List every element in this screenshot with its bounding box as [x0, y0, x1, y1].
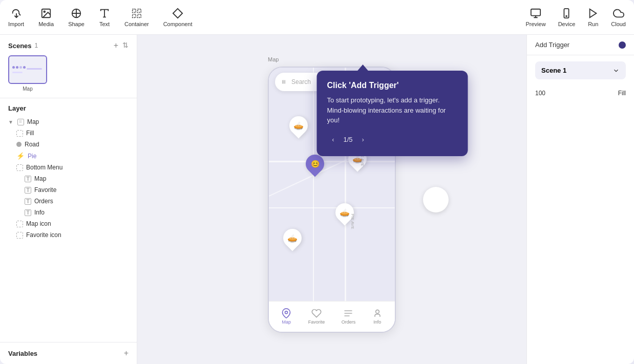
layer-header: Layer	[0, 104, 137, 116]
right-panel: Add Trigger Scene 1 100 Fill	[526, 35, 634, 364]
svg-rect-4	[138, 9, 141, 12]
add-scene-button[interactable]: +	[114, 41, 118, 50]
tooltip-arrow	[357, 65, 369, 72]
svg-marker-11	[590, 9, 597, 17]
info-T-icon: T	[25, 209, 31, 216]
layer-item-favorite-icon[interactable]: Favorite icon	[0, 229, 137, 241]
tooltip-navigation: ‹ 1/5 ›	[327, 134, 369, 146]
nav-item-favorite[interactable]: Favorite	[308, 308, 325, 325]
nav-item-map[interactable]: Map	[281, 308, 291, 325]
scenes-count: 1	[35, 42, 38, 49]
scene-label: Map	[23, 86, 32, 92]
container-button[interactable]: Container	[124, 8, 149, 27]
tooltip-popup: Click 'Add Trigger' To start prototyping…	[317, 71, 468, 156]
layer-item-fill[interactable]: Fill	[0, 127, 137, 139]
bottom-menu-icon	[16, 164, 23, 171]
map-icon-frame	[16, 221, 23, 227]
tooltip-body: To start prototyping, let's add a trigge…	[327, 95, 458, 125]
layer-item-favorite[interactable]: T Favorite	[0, 184, 137, 196]
scenes-actions: + ⇅	[114, 41, 129, 50]
canvas-drag-circle[interactable]	[423, 187, 449, 212]
sort-scenes-button[interactable]: ⇅	[122, 41, 129, 50]
canvas-label: Map	[268, 56, 279, 62]
scenes-title-group: Scenes 1	[8, 42, 38, 50]
road-v1	[313, 68, 314, 301]
road-h2	[269, 207, 395, 208]
cloud-button[interactable]: Cloud	[611, 8, 626, 27]
trigger-dot[interactable]	[619, 41, 626, 49]
import-button[interactable]: Import	[8, 8, 24, 27]
tooltip-footer: ‹ 1/5 ›	[327, 134, 458, 146]
run-button[interactable]: Run	[587, 8, 599, 27]
map-pin-6: 🥧	[283, 229, 302, 247]
expand-icon: ▼	[8, 119, 13, 125]
fill-row: 100 Fill	[527, 85, 634, 101]
layer-item-bottom-menu[interactable]: Bottom Menu	[0, 162, 137, 173]
scenes-header: Scenes 1 + ⇅	[8, 41, 129, 50]
scenes-section: Scenes 1 + ⇅	[0, 35, 137, 98]
trigger-label: Add Trigger	[535, 41, 569, 49]
device-button[interactable]: Device	[558, 8, 576, 27]
layer-section: Layer ▼ ⠿ Map Fill Road ⚡ Pie	[0, 98, 137, 342]
tooltip-title: Click 'Add Trigger'	[327, 81, 458, 90]
svg-point-1	[44, 11, 46, 12]
text-button[interactable]: Text	[99, 8, 110, 27]
trigger-header: Add Trigger	[527, 35, 634, 55]
variables-title: Variables	[8, 350, 37, 357]
map-pin-1: 🥧	[289, 116, 308, 135]
toolbar: Import Media Shape Text	[0, 0, 634, 35]
svg-point-17	[285, 311, 288, 314]
layer-item-info[interactable]: T Info	[0, 207, 137, 218]
canvas-area[interactable]: Map Search	[137, 35, 526, 364]
fav-icon-frame	[16, 232, 23, 239]
favorite-T-icon: T	[25, 187, 31, 194]
add-variable-button[interactable]: +	[124, 349, 129, 358]
scene-selector-label: Scene 1	[541, 67, 566, 74]
preview-button[interactable]: Preview	[526, 8, 546, 27]
layer-item-map-icon[interactable]: Map icon	[0, 218, 137, 229]
svg-rect-5	[133, 14, 136, 17]
svg-point-10	[566, 15, 567, 16]
left-panel: Scenes 1 + ⇅	[0, 35, 137, 364]
map-T-icon: T	[25, 176, 31, 182]
variables-section: Variables +	[0, 342, 137, 364]
toolbar-left: Import Media Shape Text	[8, 8, 193, 27]
frame-icon: ⠿	[17, 119, 24, 125]
nav-item-orders[interactable]: Orders	[342, 308, 356, 325]
component-button[interactable]: Component	[163, 8, 193, 27]
svg-rect-3	[133, 9, 136, 12]
road-label-2: PIE AVE	[350, 213, 354, 229]
map-pin-3: 😊	[306, 155, 324, 173]
phone-nav: Map Favorite Orders	[269, 301, 395, 332]
nav-item-info[interactable]: Info	[372, 308, 383, 325]
layer-item-map[interactable]: ▼ ⠿ Map	[0, 116, 137, 127]
svg-rect-8	[531, 9, 540, 15]
road-circle-icon	[16, 142, 22, 147]
tooltip-next-button[interactable]: ›	[357, 134, 369, 146]
fill-value: 100	[535, 90, 545, 97]
tooltip-prev-button[interactable]: ‹	[327, 134, 340, 146]
pie-bolt-icon: ⚡	[16, 152, 25, 160]
svg-point-21	[375, 310, 379, 313]
svg-rect-6	[138, 14, 141, 17]
toolbar-right: Preview Device Run Cloud	[526, 8, 626, 27]
media-button[interactable]: Media	[38, 8, 54, 27]
scene-thumbnail[interactable]	[8, 55, 47, 84]
layer-item-road[interactable]: Road	[0, 139, 137, 150]
scene-selector[interactable]: Scene 1	[535, 61, 626, 79]
scenes-title: Scenes	[8, 42, 32, 50]
fill-label: Fill	[618, 90, 626, 97]
shape-button[interactable]: Shape	[68, 8, 84, 27]
layer-item-pie[interactable]: ⚡ Pie	[0, 150, 137, 162]
svg-marker-7	[173, 8, 182, 17]
orders-T-icon: T	[25, 198, 31, 205]
tooltip-pagination: 1/5	[344, 136, 353, 143]
fill-frame-icon	[16, 130, 23, 137]
main-layout: Scenes 1 + ⇅	[0, 35, 634, 364]
road-h	[269, 161, 395, 162]
layer-item-map-sub[interactable]: T Map	[0, 173, 137, 184]
layer-item-orders[interactable]: T Orders	[0, 196, 137, 207]
